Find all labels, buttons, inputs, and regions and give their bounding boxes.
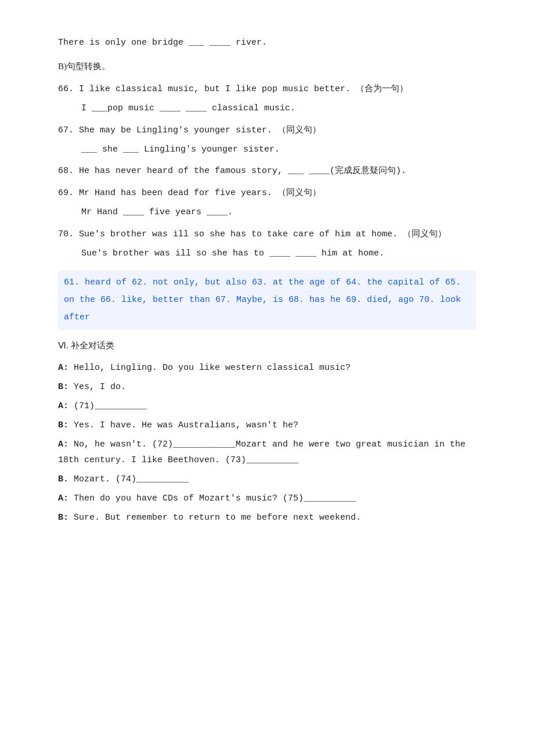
- dialogue-text: Yes. I have. He was Australians, wasn't …: [74, 420, 298, 430]
- dialogue-item: A: No, he wasn't. (72)____________Mozart…: [58, 437, 476, 468]
- dialogue-speaker: B:: [58, 420, 74, 430]
- section-b-title: B)句型转换。: [58, 59, 476, 75]
- dialogue-speaker: B:: [58, 382, 74, 392]
- dialogue-speaker: A:: [58, 440, 74, 449]
- q69-answer: Mr Hand ____ five years ____.: [81, 204, 476, 220]
- dialogue-item: A: Then do you have CDs of Mozart's musi…: [58, 491, 476, 506]
- dialogue-text: Yes, I do.: [74, 382, 126, 392]
- intro-line: There is only one bridge ___ ____ river.: [58, 35, 476, 51]
- dialogue-text: Hello, Lingling. Do you like western cla…: [74, 363, 351, 373]
- dialogue-text: Sure. But remember to return to me befor…: [74, 513, 361, 523]
- dialogue-text: No, he wasn't. (72)____________Mozart an…: [58, 440, 466, 465]
- dialogue-item: B. Mozart. (74)__________: [58, 471, 476, 487]
- dialogue-item: A: (71)__________: [58, 398, 476, 414]
- dialogue-speaker: B:: [58, 513, 74, 523]
- section-vi-title: Ⅵ. 补全对话类: [58, 338, 476, 354]
- q66-question: 66. I like classical music, but I like p…: [58, 81, 476, 97]
- answers-block: 61. heard of 62. not only, but also 63. …: [58, 271, 476, 330]
- q67-answer: ___ she ___ Lingling's younger sister.: [81, 142, 476, 157]
- dialogue-speaker: B.: [58, 474, 74, 484]
- q70-answer: Sue's brother was ill so she has to ____…: [81, 246, 476, 261]
- dialogue-container: A: Hello, Lingling. Do you like western …: [58, 360, 476, 525]
- q70-question: 70. Sue's brother was ill so she has to …: [58, 226, 476, 242]
- dialogue-text: Mozart. (74)__________: [74, 474, 189, 484]
- dialogue-item: A: Hello, Lingling. Do you like western …: [58, 360, 476, 376]
- dialogue-text: (71)__________: [74, 401, 147, 411]
- dialogue-item: B: Sure. But remember to return to me be…: [58, 510, 476, 525]
- dialogue-item: B: Yes, I do.: [58, 379, 476, 395]
- section-b: B)句型转换。 66. I like classical music, but …: [58, 59, 476, 330]
- dialogue-speaker: A:: [58, 401, 74, 411]
- dialogue-text: Then do you have CDs of Mozart's music? …: [74, 494, 356, 503]
- page-content: There is only one bridge ___ ____ river.…: [58, 35, 476, 525]
- section-vi: Ⅵ. 补全对话类 A: Hello, Lingling. Do you like…: [58, 338, 476, 525]
- q68-question: 68. He has never heard of the famous sto…: [58, 163, 476, 179]
- dialogue-speaker: A:: [58, 363, 74, 373]
- q69-question: 69. Mr Hand has been dead for five years…: [58, 185, 476, 201]
- q66-answer: I ___pop music ____ ____ classical music…: [81, 100, 476, 116]
- intro-text: There is only one bridge ___ ____ river.: [58, 38, 267, 48]
- dialogue-speaker: A:: [58, 494, 74, 503]
- dialogue-item: B: Yes. I have. He was Australians, wasn…: [58, 417, 476, 433]
- q67-question: 67. She may be Lingling's younger sister…: [58, 122, 476, 138]
